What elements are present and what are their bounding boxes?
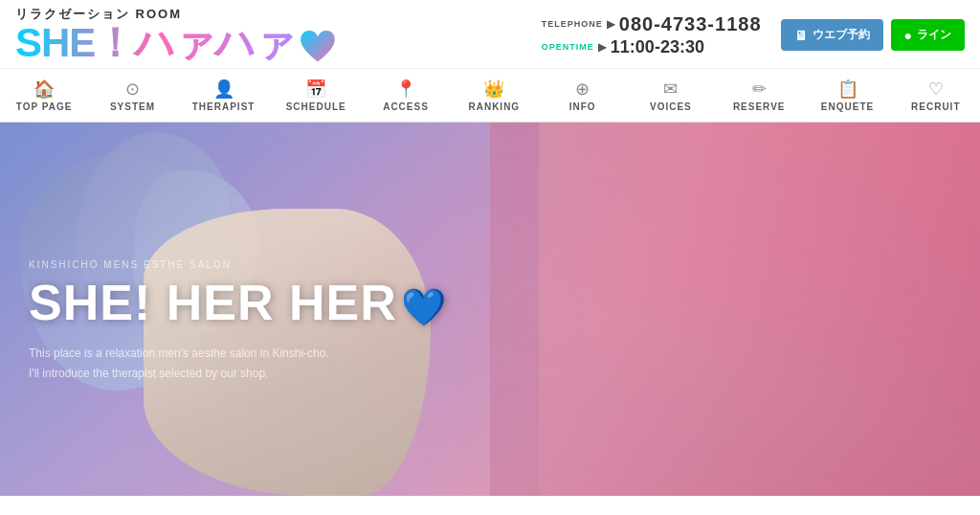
hero-title: SHE! HER HER💙 bbox=[29, 276, 447, 330]
info-icon: ⊕ bbox=[575, 78, 590, 100]
nav-ranking[interactable]: 👑 RANKING bbox=[456, 75, 532, 116]
home-icon: 🏠 bbox=[33, 78, 55, 100]
web-reserve-label: ウエブ予約 bbox=[813, 27, 870, 43]
opentime-label: OPENTIME bbox=[542, 42, 594, 52]
open-dot: ▶ bbox=[598, 40, 607, 54]
top-bar-right: TELEPHONE ▶ 080-4733-1188 OPENTIME ▶ 11:… bbox=[542, 13, 965, 57]
line-button[interactable]: ● ライン bbox=[891, 19, 965, 51]
logo-area: リラクゼーション ROOM SHE！ハァハァ💙 bbox=[15, 6, 337, 64]
nav-recruit[interactable]: ♡ RECRUIT bbox=[898, 75, 974, 116]
nav-therapist-label: THERAPIST bbox=[192, 101, 256, 112]
action-buttons: 🖥 ウエブ予約 ● ライン bbox=[781, 19, 965, 51]
nav-access[interactable]: 📍 ACCESS bbox=[368, 75, 444, 116]
nav-schedule-label: SCHEDULE bbox=[286, 101, 346, 112]
nav-reserve[interactable]: ✏ RESERVE bbox=[721, 75, 797, 116]
voices-icon: ✉ bbox=[663, 78, 678, 100]
ranking-icon: 👑 bbox=[483, 78, 504, 100]
nav-system[interactable]: ⊙ SYSTEM bbox=[94, 75, 170, 116]
nav-info-label: INFO bbox=[569, 101, 596, 112]
access-icon: 📍 bbox=[395, 78, 416, 100]
therapist-icon: 👤 bbox=[213, 78, 234, 100]
contact-info: TELEPHONE ▶ 080-4733-1188 OPENTIME ▶ 11:… bbox=[542, 13, 762, 57]
logo-row: SHE！ハァハァ💙 bbox=[15, 23, 337, 64]
nav-enquete-label: ENQUETE bbox=[821, 101, 874, 112]
nav-voices-label: VOICES bbox=[650, 101, 692, 112]
nav-ranking-label: RANKING bbox=[468, 101, 520, 112]
web-reserve-button[interactable]: 🖥 ウエブ予約 bbox=[781, 19, 883, 51]
nav-access-label: ACCESS bbox=[383, 101, 429, 112]
nav-top-page[interactable]: 🏠 TOP PAGE bbox=[6, 75, 82, 116]
hero-desc-line2: I'll introduce the therapist selected by… bbox=[29, 367, 268, 380]
nav-therapist[interactable]: 👤 THERAPIST bbox=[183, 75, 265, 116]
nav-recruit-label: RECRUIT bbox=[911, 101, 960, 112]
logo-heart: 💙 bbox=[299, 28, 337, 64]
nav-voices[interactable]: ✉ VOICES bbox=[633, 75, 709, 116]
nav-info[interactable]: ⊕ INFO bbox=[545, 75, 621, 116]
reserve-icon: ✏ bbox=[752, 78, 767, 100]
nav-top-page-label: TOP PAGE bbox=[16, 101, 73, 112]
time-row: OPENTIME ▶ 11:00-23:30 bbox=[542, 37, 704, 57]
hero-desc-line1: This place is a relaxation men's aesthe … bbox=[29, 347, 329, 361]
nav-reserve-label: RESERVE bbox=[733, 101, 786, 112]
hero-title-heart: 💙 bbox=[401, 287, 447, 327]
recruit-icon: ♡ bbox=[928, 78, 944, 100]
nav-schedule[interactable]: 📅 SCHEDULE bbox=[277, 75, 356, 116]
navigation: 🏠 TOP PAGE ⊙ SYSTEM 👤 THERAPIST 📅 SCHEDU… bbox=[0, 69, 980, 123]
top-bar: リラクゼーション ROOM SHE！ハァハァ💙 TELEPHONE ▶ 080-… bbox=[0, 0, 980, 69]
system-icon: ⊙ bbox=[125, 78, 140, 100]
line-label: ライン bbox=[917, 27, 951, 43]
web-icon: 🖥 bbox=[794, 28, 808, 43]
schedule-icon: 📅 bbox=[305, 78, 326, 100]
line-icon: ● bbox=[904, 28, 912, 43]
enquete-icon: 📋 bbox=[837, 78, 858, 100]
tel-dot: ▶ bbox=[607, 17, 615, 31]
hero-small-text: KINSHICHO MENS ESTHE SALON bbox=[29, 259, 447, 270]
open-time: 11:00-23:30 bbox=[611, 37, 704, 57]
telephone-label: TELEPHONE bbox=[542, 19, 603, 29]
hero-description: This place is a relaxation men's aesthe … bbox=[29, 345, 373, 384]
logo-text: SHE！ハァハァ bbox=[15, 20, 295, 65]
hero-section: KINSHICHO MENS ESTHE SALON SHE! HER HER💙… bbox=[0, 123, 980, 496]
phone-number: 080-4733-1188 bbox=[619, 13, 762, 35]
phone-row: TELEPHONE ▶ 080-4733-1188 bbox=[542, 13, 762, 35]
nav-system-label: SYSTEM bbox=[110, 101, 155, 112]
nav-enquete[interactable]: 📋 ENQUETE bbox=[810, 75, 886, 116]
hero-content: KINSHICHO MENS ESTHE SALON SHE! HER HER💙… bbox=[29, 259, 447, 383]
hero-title-text: SHE! HER HER bbox=[29, 275, 397, 330]
